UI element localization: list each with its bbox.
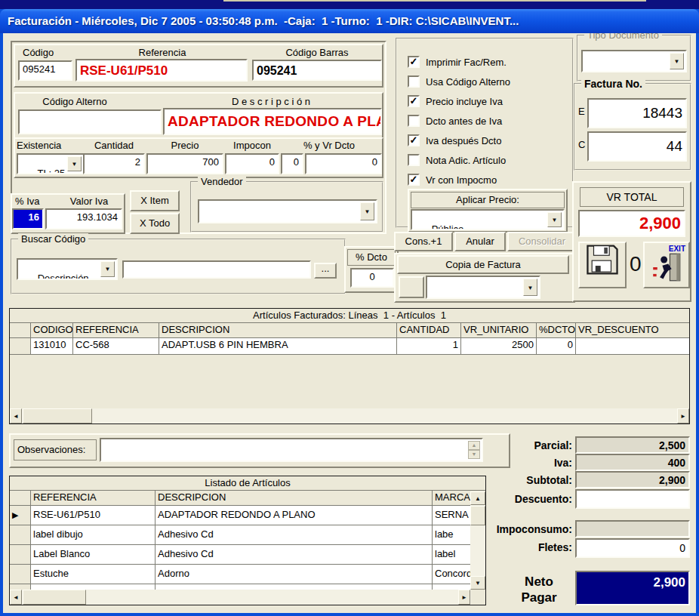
- existencia-value: TL: 25: [37, 168, 65, 174]
- scroll-thumb[interactable]: [23, 590, 86, 605]
- vendedor-combo[interactable]: ALEX CUASPA: [198, 199, 377, 223]
- listado-row[interactable]: Label Blanco Adhesivo Cd label: [10, 545, 485, 565]
- buscar-label: Buscar Código: [18, 233, 88, 245]
- codigo-barras-label: Código Barras: [264, 47, 370, 58]
- impocon-field[interactable]: 0: [225, 153, 279, 174]
- browse-button[interactable]: ...: [314, 263, 337, 279]
- referencia-field[interactable]: RSE-U61/P510: [75, 59, 248, 82]
- row-header-cell: [10, 491, 31, 506]
- factura-e-field[interactable]: 18443: [587, 98, 687, 128]
- chevron-down-icon[interactable]: [100, 261, 115, 277]
- scroll-thumb[interactable]: [23, 408, 92, 424]
- chevron-down-icon[interactable]: [670, 53, 684, 69]
- scroll-thumb[interactable]: [470, 506, 485, 525]
- observaciones-field[interactable]: [100, 438, 483, 462]
- iva-pct-field[interactable]: 16: [12, 208, 44, 229]
- checkbox-box-2[interactable]: ✓: [408, 95, 420, 107]
- cell-descripcion[interactable]: ADAPTADOR REDONDO A PLANO: [156, 506, 433, 525]
- checkbox-label-4[interactable]: Iva después Dcto: [426, 135, 565, 146]
- x-item-button[interactable]: X Item: [130, 190, 180, 211]
- factura-c-field[interactable]: 44: [587, 131, 687, 162]
- cell-referencia[interactable]: RSE-U61/P510: [31, 506, 156, 525]
- listado-vscrollbar[interactable]: [470, 491, 485, 590]
- checkbox-label-2[interactable]: Precio incluye Iva: [426, 96, 565, 107]
- dcto-pct-field[interactable]: 0: [281, 153, 303, 174]
- listado-row[interactable]: RSE-U61/P510 ADAPTADOR REDONDO A PLANO S…: [10, 506, 485, 525]
- pct-dcto-field[interactable]: 0: [350, 268, 394, 288]
- existencia-combo[interactable]: TL: 25: [17, 153, 85, 174]
- buscar-tipo-value: Descripción: [38, 273, 89, 280]
- precio-field[interactable]: 700: [146, 153, 223, 174]
- anular-button[interactable]: Anular: [454, 232, 506, 251]
- cantidad-field[interactable]: 2: [83, 153, 145, 174]
- cell-codigo[interactable]: 131010: [31, 338, 73, 355]
- cell-pct-dcto[interactable]: 0: [537, 338, 576, 355]
- checkbox-label-3[interactable]: Dcto antes de Iva: [426, 116, 565, 127]
- exit-door-running-man-icon: [651, 273, 682, 285]
- iva-pct-label: % Iva: [15, 196, 50, 207]
- facturados-hscrollbar[interactable]: [10, 408, 689, 424]
- codigo-field[interactable]: 095241: [18, 60, 72, 81]
- cell-referencia[interactable]: label dibujo: [31, 525, 156, 545]
- checkbox-label-6[interactable]: Vr con Impocmo: [426, 174, 565, 186]
- cell-referencia[interactable]: CC-568: [73, 338, 159, 355]
- fletes-field[interactable]: 0: [575, 538, 690, 558]
- chevron-down-icon[interactable]: [360, 202, 374, 220]
- checkbox-box-5[interactable]: [408, 154, 420, 166]
- cell-descripcion[interactable]: Adhesivo Cd: [156, 525, 433, 545]
- cell-cantidad[interactable]: 1: [397, 338, 461, 355]
- cell-descripcion[interactable]: Adhesivo Cd: [156, 545, 433, 565]
- listado-grid: Listado de Artículos REFERENCIA DESCRIPC…: [9, 476, 486, 605]
- descripcion-field[interactable]: ADAPTADOR REDONDO A PLANO: [163, 108, 382, 135]
- scroll-left-icon[interactable]: [10, 590, 22, 605]
- scroll-right-icon[interactable]: [458, 590, 470, 605]
- referencia-label: Referencia: [121, 47, 204, 58]
- contador-label: 0: [630, 252, 645, 276]
- exit-button[interactable]: EXIT: [643, 242, 690, 288]
- copia-factura-button[interactable]: Copia de Factura: [397, 255, 569, 274]
- chevron-down-icon[interactable]: [547, 212, 562, 227]
- chevron-down-icon[interactable]: [67, 156, 82, 171]
- scroll-up-icon[interactable]: [470, 491, 485, 505]
- existencia-label: Existencia: [17, 140, 77, 151]
- descuento-field[interactable]: [575, 489, 690, 509]
- cons-button[interactable]: Cons.+1: [394, 232, 453, 251]
- scroll-left-icon[interactable]: [10, 408, 22, 424]
- codigo-barras-field[interactable]: 095241: [252, 60, 382, 81]
- save-button[interactable]: [578, 242, 627, 288]
- buscar-input[interactable]: [122, 260, 311, 279]
- facturados-grid-row[interactable]: 131010 CC-568 ADAPT.USB 6 PIN HEMBRA 1 2…: [10, 338, 689, 355]
- checkbox-box-6[interactable]: ✓: [408, 174, 420, 186]
- precio-tipo-combo[interactable]: Público: [411, 209, 565, 230]
- listado-row[interactable]: label dibujo Adhesivo Cd labe: [10, 525, 485, 545]
- checkbox-box-3[interactable]: [408, 115, 420, 127]
- checkbox-label-5[interactable]: Nota Adic. Artículo: [426, 155, 565, 166]
- cell-referencia[interactable]: Label Blanco: [31, 545, 156, 565]
- checkbox-box-4[interactable]: ✓: [408, 134, 420, 146]
- listado-row[interactable]: Estuche Adorno Concord: [10, 565, 485, 584]
- precio-label: Precio: [159, 140, 211, 151]
- scroll-down-icon[interactable]: [470, 576, 485, 590]
- cell-descripcion[interactable]: ADAPT.USB 6 PIN HEMBRA: [159, 338, 397, 355]
- consolidar-button[interactable]: Consolidar: [507, 232, 577, 251]
- chevron-down-icon[interactable]: [523, 279, 537, 296]
- codigo-alterno-field[interactable]: [18, 109, 162, 134]
- checkbox-label-0[interactable]: Imprimir Fac/Rem.: [426, 57, 565, 68]
- cell-vr-unitario[interactable]: 2500: [461, 338, 537, 355]
- cell-descripcion[interactable]: Adorno: [156, 565, 433, 584]
- buscar-tipo-combo[interactable]: Descripción: [17, 258, 118, 280]
- title-bar[interactable]: Facturación - Miércoles, Dic 7 2005 - 03…: [0, 9, 699, 33]
- cell-vr-descuento[interactable]: [576, 338, 689, 355]
- dcto-vr-field[interactable]: 0: [305, 153, 382, 174]
- x-todo-button[interactable]: X Todo: [130, 213, 180, 234]
- fecha-combo[interactable]: 07/12/2005: [426, 276, 540, 299]
- checkbox-label-1[interactable]: Usa Código Alterno: [426, 76, 565, 88]
- valor-iva-field[interactable]: 193.1034: [45, 208, 122, 229]
- cell-referencia[interactable]: Estuche: [31, 565, 156, 584]
- vr-total-field: 2,900: [578, 210, 685, 237]
- listado-hscrollbar[interactable]: [10, 590, 485, 605]
- checkbox-box-1[interactable]: [408, 75, 420, 88]
- checkbox-box-0[interactable]: ✓: [408, 56, 420, 68]
- tipo-documento-combo[interactable]: FACTURAS: [581, 50, 687, 72]
- scroll-right-icon[interactable]: [677, 408, 689, 424]
